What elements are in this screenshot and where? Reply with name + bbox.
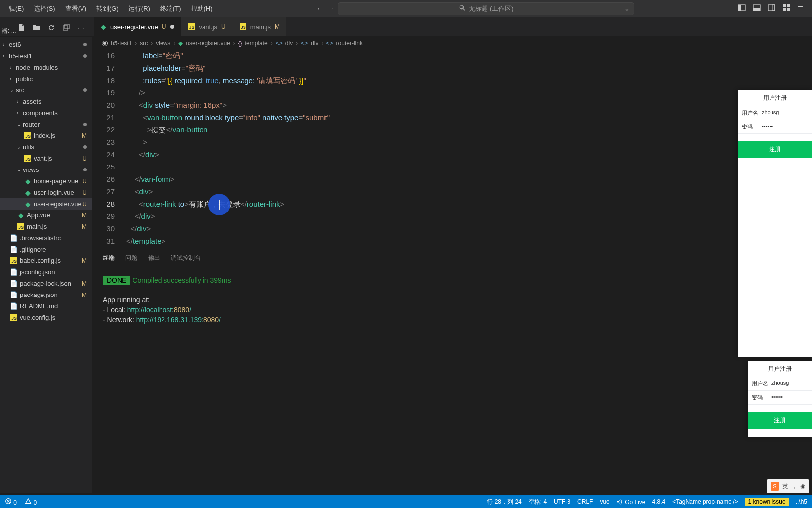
tree-item-label: node_modules <box>16 64 58 71</box>
tree-item-label: README.md <box>20 302 58 310</box>
tree-item-home-page-vue[interactable]: ◆home-page.vueU <box>0 175 92 187</box>
preview-field-password[interactable]: 密码 •••••• <box>738 120 812 134</box>
svg-rect-10 <box>63 26 68 30</box>
panel-tab-problems[interactable]: 问题 <box>125 254 137 264</box>
tree-item-label: package.json <box>20 291 58 298</box>
tree-item-vant-js[interactable]: JSvant.jsU <box>0 153 92 164</box>
tree-item-router[interactable]: ⌄router <box>0 119 92 130</box>
status-golive[interactable]: Go Live <box>616 498 646 506</box>
search-icon <box>459 4 466 13</box>
panel-tab-terminal[interactable]: 终端 <box>103 254 115 264</box>
tree-item-index-js[interactable]: JSindex.jsM <box>0 130 92 141</box>
svg-rect-9 <box>787 8 790 11</box>
status-ln-col[interactable]: 行 28，列 24 <box>487 498 521 506</box>
preview-submit-button[interactable]: 注册 <box>738 141 812 158</box>
ime-lang[interactable]: 英 <box>782 482 788 491</box>
tree-item-main-js[interactable]: JSmain.jsM <box>0 221 92 232</box>
crumb[interactable]: router-link <box>336 40 363 47</box>
crumb[interactable]: src <box>140 40 148 47</box>
ime-toolbar[interactable]: S 英 ， ◉ <box>767 479 809 493</box>
field-value: •••••• <box>762 123 773 130</box>
field-value: •••••• <box>771 394 783 401</box>
svg-rect-4 <box>768 5 775 11</box>
status-lang[interactable]: vue <box>600 498 609 505</box>
menu-terminal[interactable]: 终端(T) <box>155 1 186 16</box>
panel-tab-output[interactable]: 输出 <box>148 254 160 264</box>
refresh-icon[interactable] <box>47 24 55 33</box>
tree-item-label: user-register.vue <box>34 200 81 208</box>
tree-item-utils[interactable]: ⌄utils <box>0 141 92 153</box>
field-label: 用户名 <box>752 380 771 387</box>
nav-back-icon[interactable]: ← <box>316 5 323 12</box>
crumb[interactable]: views <box>156 40 170 47</box>
preview-field-username[interactable]: 用户名 zhousg <box>738 106 812 120</box>
code-content[interactable]: label="密码" placeholder="密码" :rules="[{ r… <box>126 49 612 247</box>
status-known-issues[interactable]: 1 known issue <box>745 498 789 506</box>
tree-item-label: router <box>23 121 40 128</box>
tree-item-src[interactable]: ⌄src <box>0 85 92 96</box>
tree-item-package-json[interactable]: 📄package.jsonM <box>0 289 92 300</box>
status-encoding[interactable]: UTF-8 <box>554 498 570 505</box>
ime-punct[interactable]: ， <box>791 482 797 491</box>
command-center[interactable]: 无标题 (工作区) ⌄ <box>338 2 634 15</box>
tree-item-package-lock-json[interactable]: 📄package-lock.jsonM <box>0 278 92 289</box>
preview-submit-button[interactable]: 注册 <box>748 412 812 429</box>
tree-item-public[interactable]: ›public <box>0 73 92 85</box>
crumb[interactable]: user-register.vue <box>186 40 230 47</box>
tab-main-js[interactable]: JS main.js M <box>233 17 286 36</box>
crumb[interactable]: div <box>285 40 293 47</box>
crumb[interactable]: div <box>311 40 318 47</box>
new-file-icon[interactable] <box>18 24 26 33</box>
toggle-sidebar-icon[interactable] <box>738 4 746 13</box>
status-errors[interactable]: 0 <box>5 498 17 506</box>
tree-item-App-vue[interactable]: ◆App.vueM <box>0 210 92 221</box>
status-version[interactable]: 4.8.4 <box>652 498 665 505</box>
crumb[interactable]: h5-test1 <box>111 40 132 47</box>
menu-goto[interactable]: 转到(G) <box>91 1 123 16</box>
tree-item-h5-test1[interactable]: ›h5-test1 <box>0 50 92 62</box>
tree-item-user-register-vue[interactable]: ◆user-register.vueU <box>0 198 92 210</box>
tree-item--gitignore[interactable]: 📄.gitignore <box>0 244 92 255</box>
tab-vant-js[interactable]: JS vant.js U <box>181 17 233 36</box>
status-tagname[interactable]: <TagName prop-name /> <box>672 498 738 505</box>
menu-view[interactable]: 查看(V) <box>60 1 91 16</box>
tab-user-register[interactable]: ◆ user-register.vue U <box>94 17 181 36</box>
status-eol[interactable]: CRLF <box>577 498 593 505</box>
menu-help[interactable]: 帮助(H) <box>186 1 217 16</box>
tree-item-vue-config-js[interactable]: JSvue.config.js <box>0 312 92 323</box>
crumb[interactable]: template <box>245 40 268 47</box>
status-warnings[interactable]: 0 <box>25 498 37 506</box>
status-path[interactable]: ..\h5 <box>796 498 807 505</box>
collapse-all-icon[interactable] <box>62 24 70 33</box>
customize-layout-icon[interactable] <box>782 4 790 13</box>
menu-bar: 辑(E) 选择(S) 查看(V) 转到(G) 运行(R) 终端(T) 帮助(H)… <box>0 0 812 17</box>
new-folder-icon[interactable] <box>33 24 41 33</box>
tree-item-jsconfig-json[interactable]: 📄jsconfig.json <box>0 266 92 278</box>
tree-item-views[interactable]: ⌄views <box>0 164 92 175</box>
nav-forward-icon[interactable]: → <box>327 5 334 12</box>
tree-item-components[interactable]: ›components <box>0 107 92 119</box>
toggle-secondary-sidebar-icon[interactable] <box>768 4 775 13</box>
more-icon[interactable]: − <box>797 4 803 13</box>
toggle-panel-icon[interactable] <box>753 4 761 13</box>
tree-item-node_modules[interactable]: ›node_modules <box>0 62 92 73</box>
ime-full[interactable]: ◉ <box>800 483 805 490</box>
tree-item-README-md[interactable]: 📄README.md <box>0 300 92 312</box>
file-tree[interactable]: ›est6›h5-test1›node_modules›public⌄src›a… <box>0 37 92 323</box>
tree-item-est6[interactable]: ›est6 <box>0 39 92 50</box>
menu-select[interactable]: 选择(S) <box>29 1 60 16</box>
terminal-output[interactable]: DONE Compiled successfully in 399ms App … <box>94 268 612 332</box>
status-spaces[interactable]: 空格: 4 <box>528 498 547 506</box>
menu-run[interactable]: 运行(R) <box>123 1 155 16</box>
menu-edit[interactable]: 辑(E) <box>4 1 29 16</box>
code-editor[interactable]: 16171819202122232425262728293031 label="… <box>94 49 612 247</box>
tree-item--browserslistrc[interactable]: 📄.browserslistrc <box>0 232 92 244</box>
more-actions-icon[interactable]: ··· <box>77 24 86 33</box>
panel-tab-debug[interactable]: 调试控制台 <box>171 254 201 264</box>
tab-label: user-register.vue <box>110 23 158 31</box>
preview-field-username[interactable]: 用户名 zhousg <box>748 377 812 391</box>
preview-field-password[interactable]: 密码 •••••• <box>748 391 812 405</box>
tree-item-user-login-vue[interactable]: ◆user-login.vueU <box>0 187 92 198</box>
tree-item-babel-config-js[interactable]: JSbabel.config.jsM <box>0 255 92 266</box>
tree-item-assets[interactable]: ›assets <box>0 96 92 107</box>
